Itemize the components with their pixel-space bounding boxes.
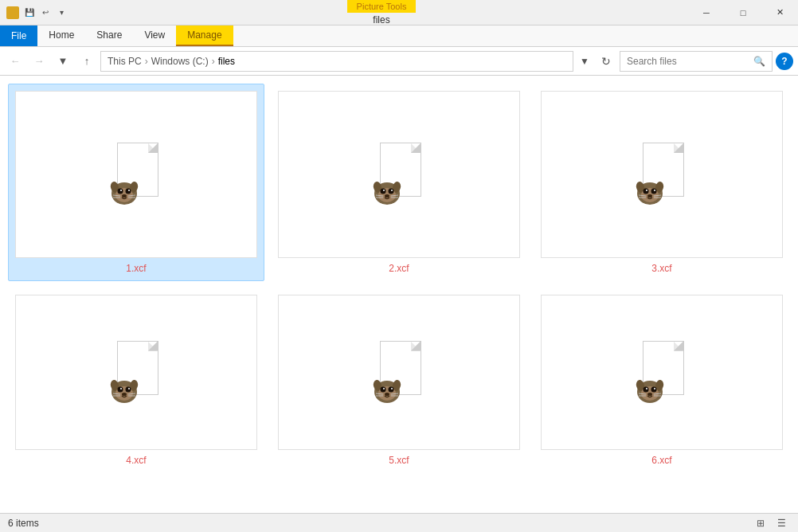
details-view-button[interactable]: ☰ <box>773 516 790 530</box>
qa-undo-btn[interactable]: ↩ <box>38 6 53 20</box>
svg-point-21 <box>385 194 389 198</box>
svg-point-32 <box>646 190 647 191</box>
svg-point-5 <box>126 189 131 194</box>
file-item-4xcf[interactable]: 4.xcf <box>8 288 264 473</box>
address-bar[interactable]: This PC › Windows (C:) › files <box>100 51 573 72</box>
file-item-6xcf[interactable]: 6.xcf <box>534 288 790 473</box>
window-title: files <box>373 14 389 25</box>
svg-point-8 <box>122 194 127 198</box>
tab-file[interactable]: File <box>0 25 37 46</box>
svg-point-17 <box>381 189 386 194</box>
context-tab-label: Picture Tools <box>347 0 417 13</box>
search-box[interactable]: 🔍 <box>620 51 773 72</box>
status-bar: 6 items ⊞ ☰ <box>0 513 798 532</box>
file-name: 5.xcf <box>389 455 409 466</box>
search-input[interactable] <box>627 56 750 67</box>
file-thumbnail <box>278 91 520 258</box>
large-icons-view-button[interactable]: ⊞ <box>752 516 769 530</box>
file-item-5xcf[interactable]: 5.xcf <box>271 288 527 473</box>
svg-point-58 <box>383 388 385 389</box>
refresh-button[interactable]: ↻ <box>596 51 616 72</box>
svg-point-47 <box>122 393 127 396</box>
svg-point-72 <box>654 388 655 389</box>
qa-dropdown-btn[interactable]: ▾ <box>54 6 68 20</box>
svg-point-45 <box>120 388 122 389</box>
svg-point-73 <box>647 393 652 396</box>
tab-view[interactable]: View <box>133 25 176 46</box>
view-controls: ⊞ ☰ <box>752 516 790 530</box>
svg-point-59 <box>391 388 393 389</box>
title-bar: 💾 ↩ ▾ Picture Tools files ─ □ ✕ <box>0 0 798 25</box>
file-name: 1.xcf <box>126 263 146 274</box>
maximize-button[interactable]: □ <box>725 0 761 25</box>
file-name: 4.xcf <box>126 455 146 466</box>
crumb-this-pc: This PC <box>108 56 142 67</box>
tab-manage[interactable]: Manage <box>176 25 233 46</box>
title-bar-left: 💾 ↩ ▾ <box>0 0 75 25</box>
svg-point-19 <box>383 190 385 191</box>
help-button[interactable]: ? <box>776 53 793 70</box>
svg-point-70 <box>651 386 657 392</box>
svg-point-57 <box>389 386 394 392</box>
tab-share[interactable]: Share <box>85 25 133 46</box>
back-button[interactable]: ← <box>5 51 25 72</box>
minimize-button[interactable]: ─ <box>688 0 725 25</box>
qa-save-btn[interactable]: 💾 <box>22 6 37 20</box>
crumb-files: files <box>218 56 235 67</box>
svg-point-44 <box>126 386 131 392</box>
svg-point-33 <box>654 190 655 191</box>
file-area: 1.xcf <box>0 76 798 513</box>
file-thumbnail <box>541 91 783 258</box>
window-controls: ─ □ ✕ <box>688 0 798 25</box>
tab-home[interactable]: Home <box>37 25 85 46</box>
svg-point-46 <box>128 388 130 389</box>
file-name: 2.xcf <box>389 263 409 274</box>
file-name: 3.xcf <box>651 263 671 274</box>
file-thumbnail <box>15 91 257 258</box>
address-dropdown-button[interactable]: ▼ <box>577 56 593 67</box>
svg-point-56 <box>381 386 386 392</box>
svg-point-18 <box>389 189 394 194</box>
file-name: 6.xcf <box>651 455 671 466</box>
forward-button[interactable]: → <box>29 51 49 72</box>
file-thumbnail <box>278 295 520 450</box>
file-item-2xcf[interactable]: 2.xcf <box>271 84 527 281</box>
svg-point-20 <box>391 190 393 191</box>
ribbon-tabs: File Home Share View Manage <box>0 25 798 46</box>
file-thumbnail <box>541 295 783 450</box>
svg-point-43 <box>118 386 123 392</box>
svg-point-30 <box>643 189 649 194</box>
svg-point-34 <box>647 194 652 198</box>
svg-point-69 <box>643 386 649 392</box>
svg-point-7 <box>128 190 130 191</box>
file-item-3xcf[interactable]: 3.xcf <box>534 84 790 281</box>
crumb-windows-c: Windows (C:) <box>151 56 209 67</box>
svg-point-31 <box>651 189 657 194</box>
item-count: 6 items <box>8 518 39 529</box>
up-button[interactable]: ↑ <box>76 51 97 72</box>
title-center: Picture Tools files <box>75 0 688 25</box>
quick-access: 💾 ↩ ▾ <box>22 6 68 20</box>
svg-point-71 <box>646 388 647 389</box>
close-button[interactable]: ✕ <box>761 0 798 25</box>
svg-point-60 <box>385 393 389 396</box>
dropdown-recent-button[interactable]: ▼ <box>53 51 73 72</box>
search-icon: 🔍 <box>753 56 765 67</box>
svg-point-4 <box>118 189 123 194</box>
ribbon: File Home Share View Manage <box>0 25 798 47</box>
address-bar-area: ← → ▼ ↑ This PC › Windows (C:) › files ▼… <box>0 47 798 76</box>
svg-point-6 <box>120 190 122 191</box>
file-thumbnail <box>15 295 257 450</box>
file-item-1xcf[interactable]: 1.xcf <box>8 84 264 281</box>
folder-icon <box>6 6 19 19</box>
